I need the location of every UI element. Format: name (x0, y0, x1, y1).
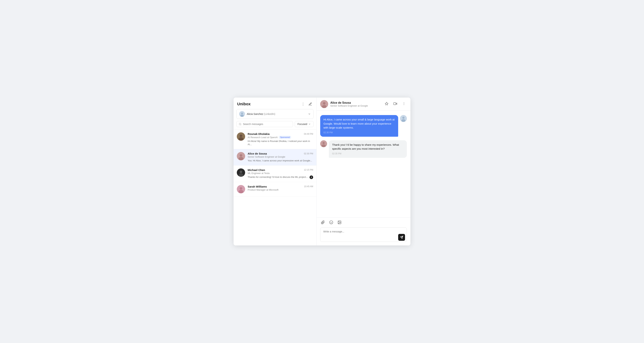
svg-point-29 (402, 117, 404, 119)
video-icon (394, 102, 397, 105)
search-icon (239, 123, 242, 125)
conversation-content-michael: Michael Chen 12:15 PM ML Engineer at Tes… (248, 168, 313, 179)
account-avatar (239, 111, 245, 117)
chat-input-area (316, 217, 410, 245)
more-vert-icon: ⋮ (301, 102, 305, 106)
message-out-1: Hi Alice, I came across your small & lar… (320, 115, 407, 137)
svg-point-13 (240, 171, 242, 173)
message-input[interactable] (320, 227, 407, 242)
send-button[interactable] (398, 234, 405, 241)
message-text-1: Hi Alice, I came across your small & lar… (324, 118, 395, 130)
app-container: Unibox ⋮ Alicia Sanchez ( (234, 98, 410, 245)
chat-contact-title: Senior Software Engineer at Google (330, 104, 384, 107)
svg-marker-22 (385, 102, 388, 105)
search-input-wrap (236, 121, 293, 127)
conversation-preview-rounak: Hi Alicia! My name is Rounak Dholkia, I … (248, 140, 313, 146)
conversation-subtitle-michael: ML Engineer at Tesla (248, 172, 270, 175)
conversation-content-sarah: Sarah Williams 10:45 AM Product Manager … (248, 185, 313, 192)
sponsored-badge: Sponsored (279, 136, 291, 139)
chat-header: Alice de Sousa Senior Software Engineer … (316, 98, 410, 111)
svg-point-19 (323, 102, 326, 105)
svg-marker-23 (396, 103, 397, 104)
search-filter-row: Focused (236, 121, 314, 127)
attach-button[interactable] (320, 220, 326, 226)
conversation-name-rounak: Rounak Dholakia (248, 132, 270, 135)
conversation-content-rounak: Rounak Dholakia 04:49 PM AI Research Lea… (248, 132, 313, 146)
conversation-item-alice[interactable]: Alice de Sousa 02:30 PM Senior Software … (234, 149, 316, 165)
unread-badge-michael: 2 (310, 175, 313, 179)
conversation-content-alice: Alice de Sousa 02:30 PM Senior Software … (248, 152, 313, 162)
emoji-button[interactable] (328, 220, 334, 226)
chat-more-options-button[interactable] (401, 101, 407, 107)
image-button[interactable] (337, 220, 342, 226)
conversation-name-sarah: Sarah Williams (248, 185, 267, 188)
account-name: Alicia Sanchez (LinkedIn) (247, 112, 306, 115)
avatar-rounak (237, 132, 245, 141)
video-button[interactable] (392, 101, 398, 107)
svg-point-3 (239, 123, 241, 125)
svg-point-34 (330, 221, 333, 224)
svg-point-38 (338, 221, 339, 222)
conversation-item-sarah[interactable]: Sarah Williams 10:45 AM Product Manager … (234, 182, 316, 196)
avatar-sarah (237, 185, 245, 193)
account-selector[interactable]: Alicia Sanchez (LinkedIn) (236, 109, 314, 119)
account-avatar-img (239, 111, 245, 117)
alice-avatar-chat (320, 140, 327, 147)
sidebar-header: Unibox ⋮ (234, 98, 316, 109)
more-options-button[interactable]: ⋮ (300, 101, 306, 107)
message-in-1: Thank you! I'd be happy to share my expe… (320, 140, 407, 158)
image-icon (338, 220, 342, 224)
svg-point-16 (240, 187, 242, 190)
avatar-alice-list (237, 152, 245, 160)
chat-contact-avatar (320, 100, 328, 108)
search-input[interactable] (243, 123, 290, 125)
conversation-name-michael: Michael Chen (248, 168, 265, 171)
emoji-icon (329, 220, 333, 224)
sidebar-header-icons: ⋮ (300, 101, 313, 107)
chat-header-actions (384, 101, 407, 107)
conversation-subtitle-sarah: Product Manager at Microsoft (248, 188, 278, 191)
star-icon (385, 102, 388, 105)
svg-point-6 (240, 135, 242, 137)
conversation-item-michael[interactable]: Michael Chen 12:15 PM ML Engineer at Tes… (234, 166, 316, 182)
message-text-2: Thank you! I'd be happy to share my expe… (332, 143, 404, 151)
chat-input-toolbar (320, 220, 407, 226)
my-avatar (400, 115, 407, 122)
star-button[interactable] (384, 101, 390, 107)
chat-panel: Alice de Sousa Senior Software Engineer … (316, 98, 410, 245)
chevron-down-icon (308, 112, 311, 115)
message-time-2: 02:35 PM (332, 152, 404, 155)
filter-chevron-icon (308, 123, 311, 125)
compose-button[interactable] (308, 101, 313, 107)
bubble-out-1: Hi Alice, I came across your small & lar… (320, 115, 398, 137)
sidebar: Unibox ⋮ Alicia Sanchez ( (234, 98, 316, 245)
message-time-1: 02:30 PM (324, 131, 395, 134)
svg-point-25 (404, 102, 404, 103)
filter-label: Focused (298, 123, 307, 125)
attach-icon (321, 220, 325, 224)
filter-button[interactable]: Focused (295, 121, 314, 127)
svg-point-1 (241, 112, 243, 114)
svg-point-9 (240, 154, 242, 157)
chat-messages: Hi Alice, I came across your small & lar… (316, 111, 410, 217)
conversation-subtitle-rounak: AI Research Lead at OpenAI (248, 136, 278, 139)
conversation-time-sarah: 10:45 AM (304, 185, 313, 188)
conversation-preview-michael: Thanks for connecting! I'd love to discu… (248, 175, 308, 179)
svg-point-11 (239, 156, 240, 157)
svg-point-26 (404, 103, 404, 104)
chat-input-wrap (320, 227, 407, 243)
svg-point-21 (322, 104, 324, 105)
conversation-subtitle-alice: Senior Software Engineer at Google (248, 155, 285, 158)
svg-point-27 (404, 104, 404, 105)
svg-point-32 (322, 142, 325, 144)
chat-contact-name: Alice de Sousa (330, 101, 384, 104)
conversation-item-rounak[interactable]: Rounak Dholakia 04:49 PM AI Research Lea… (234, 129, 316, 149)
bubble-in-1: Thank you! I'd be happy to share my expe… (329, 140, 407, 158)
conversation-time-rounak: 04:49 PM (304, 133, 313, 135)
compose-icon (308, 102, 312, 106)
send-icon (400, 236, 403, 239)
avatar-michael (237, 168, 245, 177)
svg-line-4 (240, 125, 241, 125)
conversation-time-alice: 02:30 PM (304, 152, 313, 155)
app-title: Unibox (237, 102, 251, 106)
